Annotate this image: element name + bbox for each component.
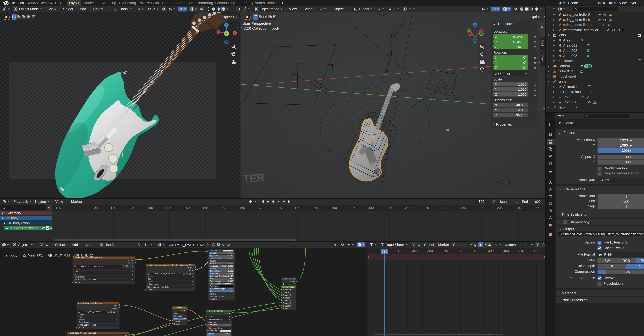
svg-text:a: a <box>559 95 561 99</box>
svg-text:!: ! <box>489 244 490 246</box>
svg-text:TER: TER <box>243 171 265 185</box>
svg-text:®: ® <box>254 172 257 176</box>
svg-text:Z: Z <box>226 24 227 26</box>
svg-text:Z: Z <box>474 23 476 26</box>
svg-text:-Y: -Y <box>226 32 228 35</box>
svg-text:X: X <box>234 32 236 34</box>
